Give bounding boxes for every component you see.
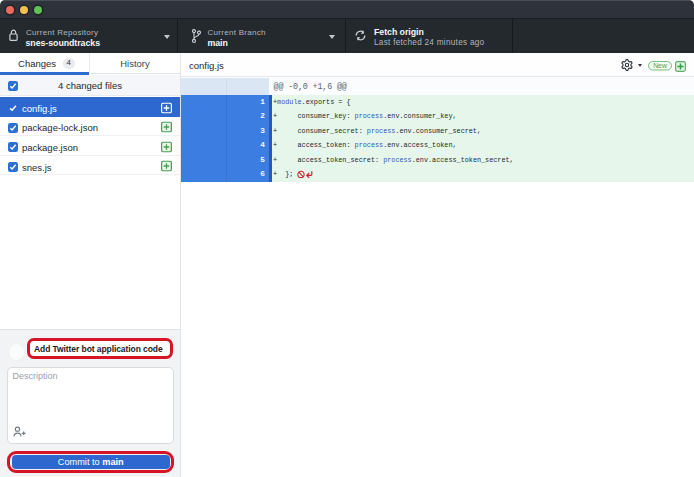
svg-text:New: New [653, 62, 667, 69]
